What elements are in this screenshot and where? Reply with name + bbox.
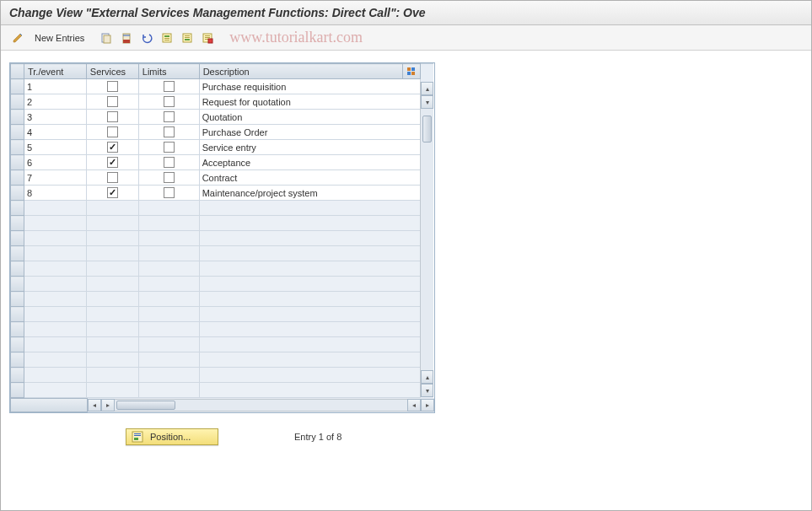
cell-services[interactable] [86, 186, 138, 201]
row-selector[interactable] [11, 246, 24, 261]
row-selector[interactable] [11, 277, 24, 292]
row-selector[interactable] [11, 292, 24, 307]
entry-status-text: Entry 1 of 8 [294, 432, 341, 442]
services-checkbox[interactable] [107, 111, 118, 122]
cell-limits[interactable] [138, 170, 199, 186]
cell-tr-event[interactable]: 1 [24, 79, 86, 94]
scroll-right-page-icon[interactable]: ▸ [421, 399, 434, 411]
row-selector[interactable] [11, 201, 24, 216]
row-selector[interactable] [11, 125, 24, 140]
row-selector[interactable] [11, 94, 24, 110]
column-header-tr-event[interactable]: Tr./event [24, 64, 86, 79]
cell-services[interactable] [86, 110, 138, 125]
limits-checkbox[interactable] [164, 172, 175, 183]
cell-services[interactable] [86, 155, 138, 170]
cell-description[interactable]: Service entry [199, 140, 420, 155]
limits-checkbox[interactable] [164, 157, 175, 168]
select-block-icon[interactable] [179, 30, 196, 46]
delete-icon[interactable] [118, 30, 135, 46]
cell-tr-event[interactable]: 4 [24, 125, 86, 140]
cell-services[interactable] [86, 79, 138, 94]
services-checkbox[interactable] [107, 172, 118, 183]
scroll-up-icon[interactable]: ▾ [421, 95, 433, 109]
row-selector[interactable] [11, 383, 24, 398]
scroll-right-icon[interactable]: ◂ [407, 399, 421, 411]
cell-description[interactable]: Purchase Order [199, 125, 420, 140]
row-selector[interactable] [11, 155, 24, 170]
hscroll-track[interactable] [115, 399, 407, 411]
cell-description [199, 261, 420, 277]
row-selector[interactable] [11, 261, 24, 277]
row-selector[interactable] [11, 186, 24, 201]
services-checkbox[interactable] [107, 187, 118, 198]
change-icon[interactable] [9, 30, 26, 46]
cell-description[interactable]: Quotation [199, 110, 420, 125]
select-all-icon[interactable] [159, 30, 175, 46]
cell-limits[interactable] [138, 140, 199, 155]
services-checkbox[interactable] [107, 157, 118, 168]
row-selector[interactable] [11, 170, 24, 186]
limits-checkbox[interactable] [164, 111, 175, 122]
cell-services[interactable] [86, 170, 138, 186]
cell-services[interactable] [86, 94, 138, 110]
row-selector[interactable] [11, 216, 24, 231]
row-selector[interactable] [11, 368, 24, 383]
scroll-left-icon[interactable]: ▸ [101, 399, 115, 411]
cell-services[interactable] [86, 125, 138, 140]
services-checkbox[interactable] [107, 81, 118, 92]
scroll-down-icon[interactable]: ▴ [421, 370, 433, 384]
row-selector[interactable] [11, 352, 24, 368]
scroll-up-page-icon[interactable]: ▴ [421, 82, 433, 95]
cell-tr-event[interactable]: 7 [24, 170, 86, 186]
scroll-down-page-icon[interactable]: ▾ [421, 384, 433, 397]
services-checkbox[interactable] [107, 142, 118, 153]
column-header-services[interactable]: Services [86, 64, 138, 79]
table-settings-icon[interactable] [402, 64, 420, 79]
cell-description[interactable]: Maintenance/project system [199, 186, 420, 201]
cell-tr-event[interactable]: 6 [24, 155, 86, 170]
cell-limits[interactable] [138, 155, 199, 170]
row-selector[interactable] [11, 140, 24, 155]
limits-checkbox[interactable] [164, 81, 175, 92]
row-selector[interactable] [11, 307, 24, 322]
limits-checkbox[interactable] [164, 96, 175, 107]
column-header-description[interactable]: Description [199, 64, 402, 79]
cell-tr-event[interactable]: 2 [24, 94, 86, 110]
cell-services[interactable] [86, 140, 138, 155]
cell-description[interactable]: Acceptance [199, 155, 420, 170]
cell-tr-event[interactable]: 8 [24, 186, 86, 201]
undo-icon[interactable] [138, 30, 155, 46]
scrollbar-track[interactable] [421, 109, 433, 370]
hscroll-thumb[interactable] [116, 401, 175, 410]
row-selector[interactable] [11, 322, 24, 337]
cell-limits[interactable] [138, 94, 199, 110]
copy-icon[interactable] [98, 30, 115, 46]
cell-limits[interactable] [138, 186, 199, 201]
cell-tr-event[interactable]: 3 [24, 110, 86, 125]
new-entries-button[interactable]: New Entries [30, 31, 89, 45]
cell-description[interactable]: Contract [199, 170, 420, 186]
cell-limits[interactable] [138, 110, 199, 125]
column-header-limits[interactable]: Limits [138, 64, 199, 79]
scrollbar-thumb[interactable] [422, 116, 432, 143]
limits-checkbox[interactable] [164, 142, 175, 153]
cell-limits[interactable] [138, 125, 199, 140]
scroll-left-page-icon[interactable]: ◂ [88, 399, 101, 411]
services-checkbox[interactable] [107, 96, 118, 107]
row-selector[interactable] [11, 110, 24, 125]
deselect-all-icon[interactable] [199, 30, 216, 46]
limits-checkbox[interactable] [164, 126, 175, 137]
cell-limits[interactable] [138, 79, 199, 94]
position-button[interactable]: Position... [126, 428, 218, 445]
row-selector-header[interactable] [11, 64, 24, 79]
cell-description[interactable]: Request for quotation [199, 94, 420, 110]
cell-description[interactable]: Purchase requisition [199, 79, 420, 94]
row-selector[interactable] [11, 337, 24, 352]
data-table: Tr./event Services Limits Description 1P… [10, 63, 421, 398]
limits-checkbox[interactable] [164, 187, 175, 198]
services-checkbox[interactable] [107, 126, 118, 137]
row-selector[interactable] [11, 79, 24, 94]
row-selector[interactable] [11, 231, 24, 246]
vertical-scrollbar[interactable]: ▴ ▾ ▴ ▾ [420, 82, 433, 397]
cell-tr-event[interactable]: 5 [24, 140, 86, 155]
